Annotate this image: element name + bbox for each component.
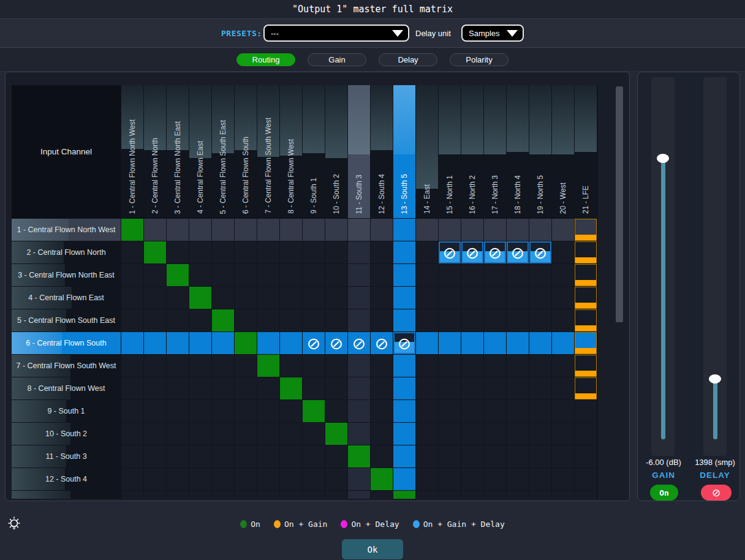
matrix-cell-r8-c5[interactable] (212, 377, 234, 399)
matrix-cell-r13-c21[interactable] (575, 491, 597, 499)
matrix-cell-r6-c18[interactable] (507, 332, 529, 354)
matrix-cell-r5-c20[interactable] (552, 309, 574, 331)
matrix-cell-r6-c3[interactable] (167, 332, 189, 354)
matrix-cell-r7-c10[interactable] (325, 355, 347, 377)
column-header-2[interactable]: 2 - Central Flown North (144, 85, 166, 218)
matrix-cell-r2-c10[interactable] (325, 241, 347, 263)
matrix-cell-r11-c6[interactable] (235, 445, 257, 467)
matrix-cell-r7-c4[interactable] (189, 355, 211, 377)
matrix-cell-r10-c18[interactable] (507, 423, 529, 445)
matrix-cell-r8-c4[interactable] (189, 377, 211, 399)
matrix-cell-r13-c7[interactable] (257, 491, 279, 499)
matrix-cell-r10-c9[interactable] (303, 423, 325, 445)
matrix-cell-r8-c14[interactable] (416, 377, 438, 399)
matrix-cell-r2-c9[interactable] (303, 241, 325, 263)
matrix-cell-r9-c4[interactable] (189, 400, 211, 422)
delay-slider-thumb[interactable] (709, 374, 721, 384)
matrix-cell-r8-c7[interactable] (257, 377, 279, 399)
matrix-cell-r2-c3[interactable] (167, 241, 189, 263)
matrix-cell-r5-c21[interactable] (575, 309, 597, 331)
tab-polarity[interactable]: Polarity (450, 53, 509, 66)
matrix-cell-r5-c2[interactable] (144, 309, 166, 331)
matrix-cell-r11-c14[interactable] (416, 445, 438, 467)
tab-gain[interactable]: Gain (308, 53, 366, 66)
matrix-cell-r4-c11[interactable] (348, 287, 370, 309)
column-header-7[interactable]: 7 - Central Flown South West (257, 85, 279, 218)
row-header-11[interactable]: 11 - South 3 (12, 445, 121, 467)
delay-unit-dropdown[interactable]: Samples (461, 25, 524, 42)
matrix-cell-r7-c2[interactable] (144, 355, 166, 377)
matrix-cell-r3-c12[interactable] (371, 264, 393, 286)
matrix-cell-r2-c21[interactable] (575, 241, 597, 263)
matrix-scrollbar[interactable] (615, 85, 624, 499)
matrix-cell-r8-c15[interactable] (439, 377, 461, 399)
matrix-cell-r8-c18[interactable] (507, 377, 529, 399)
gain-on-button[interactable]: On (650, 485, 678, 501)
delay-slider[interactable] (703, 77, 727, 456)
matrix-cell-r8-c19[interactable] (529, 377, 551, 399)
matrix-cell-r10-c15[interactable] (439, 423, 461, 445)
matrix-cell-r7-c19[interactable] (529, 355, 551, 377)
matrix-cell-r3-c4[interactable] (189, 264, 211, 286)
column-header-5[interactable]: 5 - Central Flown South East (212, 85, 234, 218)
matrix-cell-r8-c8[interactable] (280, 377, 302, 399)
matrix-cell-r11-c17[interactable] (484, 445, 506, 467)
column-header-18[interactable]: 18 - North 4 (507, 85, 529, 218)
matrix-cell-r5-c14[interactable] (416, 309, 438, 331)
matrix-cell-r11-c15[interactable] (439, 445, 461, 467)
matrix-cell-r6-c19[interactable] (529, 332, 551, 354)
matrix-cell-r8-c10[interactable] (325, 377, 347, 399)
matrix-cell-r1-c12[interactable] (371, 219, 393, 241)
matrix-cell-r9-c2[interactable] (144, 400, 166, 422)
matrix-cell-r2-c8[interactable] (280, 241, 302, 263)
matrix-cell-r1-c7[interactable] (257, 219, 279, 241)
matrix-cell-r5-c7[interactable] (257, 309, 279, 331)
matrix-cell-r3-c16[interactable] (461, 264, 483, 286)
matrix-cell-r4-c5[interactable] (212, 287, 234, 309)
column-header-8[interactable]: 8 - Central Flown West (280, 85, 302, 218)
matrix-cell-r5-c3[interactable] (167, 309, 189, 331)
matrix-cell-r11-c4[interactable] (189, 445, 211, 467)
matrix-cell-r12-c9[interactable] (303, 468, 325, 490)
matrix-cell-r7-c7[interactable] (257, 355, 279, 377)
matrix-cell-r12-c10[interactable] (325, 468, 347, 490)
matrix-cell-r4-c20[interactable] (552, 287, 574, 309)
matrix-cell-r11-c12[interactable] (371, 445, 393, 467)
matrix-cell-r3-c6[interactable] (235, 264, 257, 286)
matrix-cell-r4-c8[interactable] (280, 287, 302, 309)
matrix-cell-r4-c19[interactable] (529, 287, 551, 309)
matrix-cell-r11-c16[interactable] (461, 445, 483, 467)
matrix-cell-r4-c17[interactable] (484, 287, 506, 309)
matrix-cell-r3-c17[interactable] (484, 264, 506, 286)
matrix-cell-r1-c17[interactable] (484, 219, 506, 241)
matrix-cell-r13-c2[interactable] (144, 491, 166, 499)
matrix-cell-r1-c1[interactable] (121, 219, 143, 241)
matrix-cell-r8-c11[interactable] (348, 377, 370, 399)
matrix-cell-r2-c6[interactable] (235, 241, 257, 263)
matrix-cell-r3-c5[interactable] (212, 264, 234, 286)
matrix-cell-r11-c7[interactable] (257, 445, 279, 467)
matrix-cell-r10-c2[interactable] (144, 423, 166, 445)
matrix-cell-r3-c11[interactable] (348, 264, 370, 286)
matrix-cell-r1-c5[interactable] (212, 219, 234, 241)
matrix-cell-r6-c4[interactable] (189, 332, 211, 354)
matrix-cell-r10-c11[interactable] (348, 423, 370, 445)
matrix-cell-r13-c10[interactable] (325, 491, 347, 499)
delay-bypass-button[interactable]: ⊘ (701, 485, 732, 501)
matrix-cell-r12-c2[interactable] (144, 468, 166, 490)
matrix-cell-r5-c19[interactable] (529, 309, 551, 331)
matrix-cell-r6-c10[interactable]: ⊘ (325, 332, 347, 354)
matrix-cell-r5-c11[interactable] (348, 309, 370, 331)
row-header-4[interactable]: 4 - Central Flown East (12, 287, 121, 309)
matrix-cell-r13-c12[interactable] (371, 491, 393, 499)
matrix-cell-r8-c21[interactable] (575, 377, 597, 399)
matrix-cell-r5-c6[interactable] (235, 309, 257, 331)
matrix-cell-r5-c5[interactable] (212, 309, 234, 331)
matrix-cell-r3-c14[interactable] (416, 264, 438, 286)
matrix-cell-r12-c4[interactable] (189, 468, 211, 490)
matrix-cell-r9-c20[interactable] (552, 400, 574, 422)
column-header-4[interactable]: 4 - Central Flown East (189, 85, 211, 218)
matrix-cell-r3-c15[interactable] (439, 264, 461, 286)
matrix-cell-r8-c12[interactable] (371, 377, 393, 399)
matrix-cell-r4-c6[interactable] (235, 287, 257, 309)
